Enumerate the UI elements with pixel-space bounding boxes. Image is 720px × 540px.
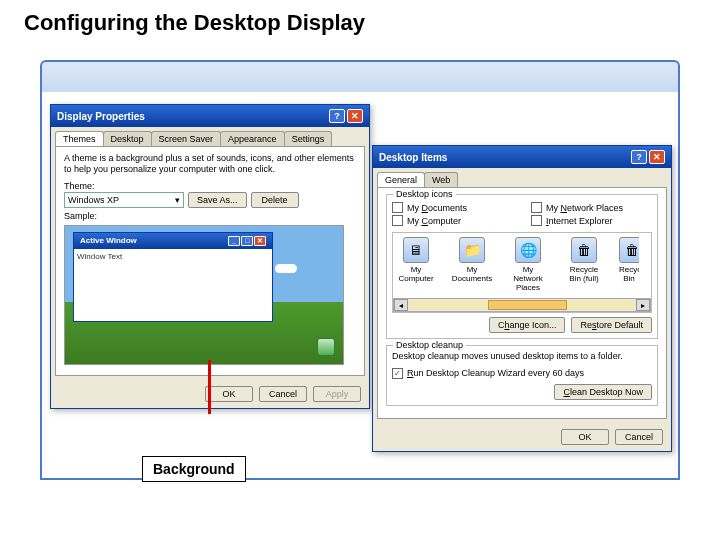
- my-network-checkbox[interactable]: [531, 202, 542, 213]
- display-properties-tabs: Themes Desktop Screen Saver Appearance S…: [51, 127, 369, 146]
- desktop-items-window: Desktop Items ? ✕ General Web Desktop ic…: [372, 145, 672, 452]
- themes-panel: A theme is a background plus a set of so…: [55, 146, 365, 376]
- cleanup-desc: Desktop cleanup moves unused desktop ite…: [392, 351, 652, 362]
- icon-my-computer[interactable]: 🖥My Computer: [395, 237, 437, 283]
- annotation-pointer: [208, 360, 211, 414]
- tab-themes[interactable]: Themes: [55, 131, 104, 146]
- delete-button[interactable]: Delete: [251, 192, 299, 208]
- desktop-cleanup-group: Desktop cleanup Desktop cleanup moves un…: [386, 345, 658, 406]
- tab-general[interactable]: General: [377, 172, 425, 187]
- annotation-callout: Background: [142, 456, 246, 482]
- preview-active-window: Active Window _ □ ✕ Window Text: [73, 232, 273, 322]
- icon-recycle-full[interactable]: 🗑Recycle Bin (full): [563, 237, 605, 283]
- minimize-icon: _: [228, 236, 240, 246]
- sample-label: Sample:: [64, 211, 356, 221]
- save-as-button[interactable]: Save As...: [188, 192, 247, 208]
- display-properties-title: Display Properties: [57, 111, 145, 122]
- tab-desktop[interactable]: Desktop: [103, 131, 152, 146]
- scroll-left-icon[interactable]: ◂: [394, 299, 408, 311]
- desktop-cleanup-legend: Desktop cleanup: [393, 340, 466, 350]
- icon-recycle[interactable]: 🗑Recycle Bin: [619, 237, 639, 283]
- close-icon[interactable]: ✕: [649, 150, 665, 164]
- desktop-icons-group: Desktop icons My Documents My Computer M…: [386, 194, 658, 339]
- ie-label: Internet Explorer: [546, 216, 613, 226]
- icon-my-network[interactable]: 🌐My Network Places: [507, 237, 549, 292]
- desktop-items-panel: Desktop icons My Documents My Computer M…: [377, 187, 667, 419]
- my-documents-label: My Documents: [407, 203, 467, 213]
- tab-web[interactable]: Web: [424, 172, 458, 187]
- desktop-items-title: Desktop Items: [379, 152, 447, 163]
- run-wizard-label: Run Desktop Cleanup Wizard every 60 days: [407, 368, 584, 378]
- recycle-bin-icon: [317, 338, 335, 356]
- help-icon[interactable]: ?: [329, 109, 345, 123]
- clean-desktop-now-button[interactable]: Clean Desktop Now: [554, 384, 652, 400]
- my-network-label: My Network Places: [546, 203, 623, 213]
- theme-label: Theme:: [64, 181, 356, 191]
- my-documents-checkbox[interactable]: [392, 202, 403, 213]
- tab-screen-saver[interactable]: Screen Saver: [151, 131, 222, 146]
- theme-sample-preview: Active Window _ □ ✕ Window Text: [64, 225, 344, 365]
- preview-window-text: Window Text: [74, 249, 272, 264]
- apply-button[interactable]: Apply: [313, 386, 361, 402]
- desktop-icons-legend: Desktop icons: [393, 189, 456, 199]
- computer-icon: 🖥: [403, 237, 429, 263]
- scroll-thumb[interactable]: [488, 300, 567, 310]
- icon-my-documents[interactable]: 📁My Documents: [451, 237, 493, 283]
- page-title: Configuring the Desktop Display: [0, 0, 720, 46]
- my-computer-label: My Computer: [407, 216, 461, 226]
- tab-settings[interactable]: Settings: [284, 131, 333, 146]
- display-properties-titlebar: Display Properties ? ✕: [51, 105, 369, 127]
- help-icon[interactable]: ?: [631, 150, 647, 164]
- scroll-track[interactable]: [409, 300, 635, 310]
- ie-checkbox[interactable]: [531, 215, 542, 226]
- desktop-items-button-row: OK Cancel: [373, 423, 671, 451]
- demo-stage: Display Properties ? ✕ Themes Desktop Sc…: [40, 60, 680, 480]
- preview-window-title: Active Window: [80, 236, 137, 245]
- restore-default-button[interactable]: Restore Default: [571, 317, 652, 333]
- tab-appearance[interactable]: Appearance: [220, 131, 285, 146]
- ok-button[interactable]: OK: [561, 429, 609, 445]
- desktop-items-titlebar: Desktop Items ? ✕: [373, 146, 671, 168]
- icon-scrollbar[interactable]: ◂ ▸: [393, 298, 651, 312]
- my-computer-checkbox[interactable]: [392, 215, 403, 226]
- themes-description: A theme is a background plus a set of so…: [64, 153, 356, 175]
- close-icon: ✕: [254, 236, 266, 246]
- theme-select[interactable]: Windows XP: [64, 192, 184, 208]
- cancel-button[interactable]: Cancel: [259, 386, 307, 402]
- recycle-full-icon: 🗑: [571, 237, 597, 263]
- network-icon: 🌐: [515, 237, 541, 263]
- maximize-icon: □: [241, 236, 253, 246]
- recycle-icon: 🗑: [619, 237, 639, 263]
- cancel-button[interactable]: Cancel: [615, 429, 663, 445]
- run-wizard-checkbox[interactable]: ✓: [392, 368, 403, 379]
- close-icon[interactable]: ✕: [347, 109, 363, 123]
- folder-icon: 📁: [459, 237, 485, 263]
- ok-button[interactable]: OK: [205, 386, 253, 402]
- change-icon-button[interactable]: Change Icon...: [489, 317, 566, 333]
- desktop-items-tabs: General Web: [373, 168, 671, 187]
- scroll-right-icon[interactable]: ▸: [636, 299, 650, 311]
- icon-selector[interactable]: 🖥My Computer 📁My Documents 🌐My Network P…: [393, 233, 651, 296]
